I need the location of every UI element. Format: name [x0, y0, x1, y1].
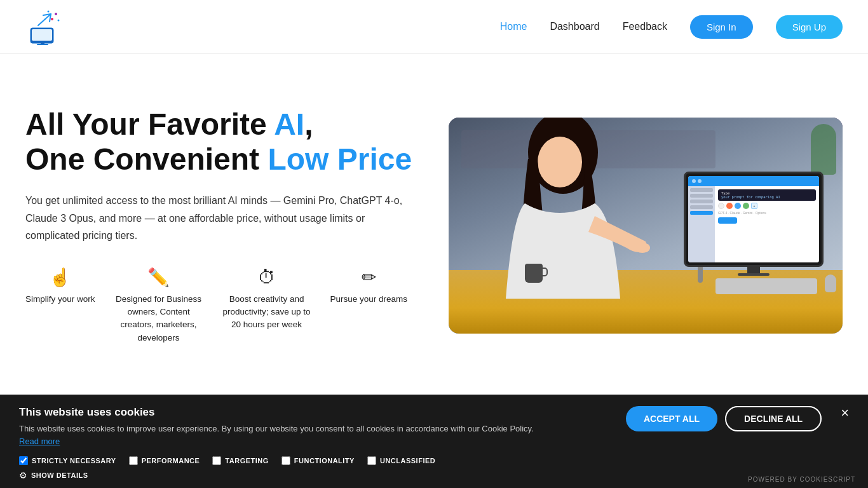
- monitor-display: Typeyour prompt for comparing AI + GPT-4…: [684, 172, 824, 276]
- hero-image: Typeyour prompt for comparing AI + GPT-4…: [449, 118, 843, 334]
- feature-productivity-text: Boost creativity and productivity; save …: [222, 293, 311, 332]
- hero-section: All Your Favorite AI, One Convenient Low…: [0, 54, 868, 384]
- feature-productivity: ⏱ Boost creativity and productivity; sav…: [222, 267, 311, 332]
- svg-rect-3: [37, 44, 48, 45]
- svg-point-13: [635, 243, 650, 253]
- svg-rect-1: [32, 29, 52, 41]
- hero-title: All Your Favorite AI, One Convenient Low…: [25, 107, 423, 177]
- hero-title-part2: One Convenient: [25, 142, 268, 176]
- logo-area: [25, 8, 64, 46]
- svg-point-12: [538, 137, 582, 187]
- nav-dashboard[interactable]: Dashboard: [550, 21, 599, 32]
- pencil-icon: ✏️: [147, 267, 170, 288]
- svg-point-9: [58, 20, 60, 22]
- features-row: ☝ Simplify your work ✏️ Designed for Bus…: [25, 267, 423, 344]
- hero-title-price: Low Price: [268, 142, 412, 176]
- header: Home Dashboard Feedback Sign In Sign Up: [0, 0, 868, 54]
- hero-title-part1: All Your Favorite: [25, 107, 274, 141]
- feature-business-text: Designed for Business owners, Content cr…: [114, 293, 203, 344]
- signup-button[interactable]: Sign Up: [776, 15, 843, 39]
- svg-point-10: [48, 11, 50, 13]
- feature-simplify-text: Simplify your work: [25, 293, 95, 306]
- clock-icon: ⏱: [258, 267, 276, 288]
- feature-dreams: ✏ Pursue your dreams: [330, 267, 408, 306]
- hero-content: All Your Favorite AI, One Convenient Low…: [25, 107, 423, 344]
- feature-dreams-text: Pursue your dreams: [330, 293, 408, 306]
- signin-button[interactable]: Sign In: [690, 15, 753, 39]
- nav-home[interactable]: Home: [500, 21, 527, 32]
- svg-line-4: [38, 14, 51, 25]
- hero-description: You get unlimited access to the most bri…: [25, 192, 407, 244]
- svg-point-7: [51, 18, 53, 20]
- feature-simplify: ☝ Simplify your work: [25, 267, 95, 306]
- main-nav: Home Dashboard Feedback Sign In Sign Up: [500, 15, 843, 39]
- logo-icon: [25, 8, 64, 46]
- person-svg: [461, 118, 652, 299]
- hand-icon: ☝: [49, 267, 71, 288]
- svg-point-8: [55, 13, 57, 15]
- hero-title-ai: AI: [274, 107, 304, 141]
- feature-business: ✏️ Designed for Business owners, Content…: [114, 267, 203, 344]
- nav-feedback[interactable]: Feedback: [623, 21, 667, 32]
- lightning-icon: ✏: [362, 267, 376, 288]
- hero-title-comma: ,: [304, 107, 313, 141]
